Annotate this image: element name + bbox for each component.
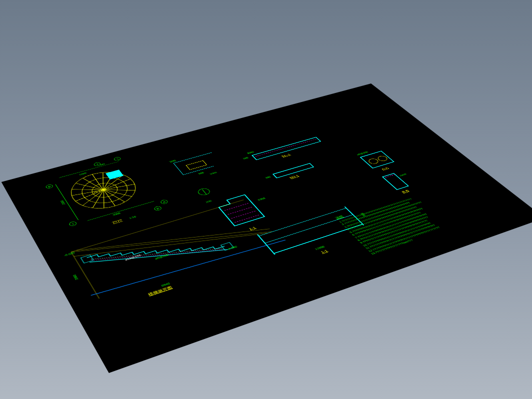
dl1-label: DL-1	[281, 153, 292, 158]
plan-scale: 1:10	[128, 215, 137, 220]
notes-block: 1.??????????????????????????????????????…	[338, 176, 518, 256]
note-line: 13.?????????????????mm???	[370, 203, 517, 256]
dim-text: 3000	[112, 212, 121, 216]
svg-line-8	[74, 205, 268, 289]
stair-section-title: 楼梯展开图	[147, 285, 174, 297]
dim: 3980	[72, 274, 79, 280]
svg-line-5	[71, 252, 99, 298]
dim: 6350	[257, 197, 266, 202]
grid-bubble-A: A	[160, 199, 169, 204]
dim-text: 2000	[60, 200, 66, 205]
svg-line-12	[91, 234, 286, 302]
grid-bubble-3: 3	[113, 156, 122, 162]
svg-line-9	[90, 226, 228, 288]
label: 380	[264, 176, 272, 179]
dim: 200	[205, 200, 212, 204]
cad-drawing-viewport[interactable]: B 2 3 1 A B 340 1800 2000 3000 R=1250 ??…	[2, 84, 532, 373]
mj1-label: MJ-1	[289, 174, 300, 180]
step-detail-section: 980 1000	[173, 152, 229, 183]
railing-title: 1-1	[320, 249, 329, 254]
bb-label: B-B	[401, 189, 410, 194]
grid-bubble-B: B	[45, 184, 54, 189]
label: 3080	[246, 150, 254, 154]
note-line: 4.??????????????????????????????????????…	[346, 182, 490, 231]
grid-bubble-1: 1	[68, 221, 78, 227]
north-arrow	[196, 187, 212, 196]
plan-title: ????	[111, 218, 122, 224]
label: 380	[242, 156, 250, 160]
aa-label: A-A	[380, 166, 389, 170]
dim-text: 1800	[78, 172, 87, 176]
svg-line-7	[76, 200, 270, 284]
label: 2⌀16	[398, 172, 408, 176]
section-bb	[382, 173, 410, 190]
dim-text: 340	[99, 162, 106, 166]
grid-bubble-B2: B	[153, 206, 162, 211]
